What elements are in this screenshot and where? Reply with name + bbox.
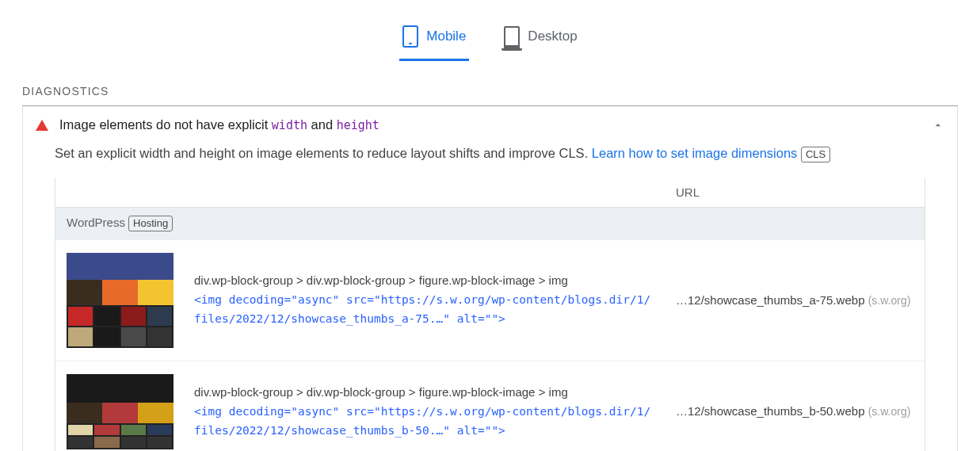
- thumbnail: [67, 374, 174, 449]
- audit-title-text: Image elements do not have explicit: [59, 117, 272, 132]
- table-row: div.wp-block-group > div.wp-block-group …: [55, 239, 925, 361]
- element-details: div.wp-block-group > div.wp-block-group …: [194, 271, 655, 329]
- url-domain: (s.w.org): [868, 405, 911, 418]
- tab-mobile-label: Mobile: [426, 29, 466, 44]
- category-row: WordPress Hosting: [55, 207, 925, 239]
- details-table: URL WordPress Hosting div.wp-block-group…: [55, 178, 925, 451]
- url-path: …12/showcase_thumbs_b-50.webp: [676, 404, 864, 418]
- audit-toggle[interactable]: Image elements do not have explicit widt…: [23, 106, 957, 143]
- code-height: height: [337, 118, 379, 132]
- url-path: …12/showcase_thumbs_a-75.webp: [676, 293, 864, 307]
- url-cell: …12/showcase_thumbs_a-75.webp (s.w.org): [676, 291, 913, 310]
- audit-item: Image elements do not have explicit widt…: [22, 106, 958, 451]
- hosting-badge: Hosting: [128, 216, 173, 231]
- url-column-header: URL: [676, 185, 913, 199]
- desktop-icon: [504, 26, 520, 48]
- code-width: width: [272, 118, 307, 132]
- chevron-up-icon: [932, 119, 944, 132]
- table-row: div.wp-block-group > div.wp-block-group …: [55, 361, 925, 451]
- category-label: WordPress: [67, 216, 125, 229]
- learn-more-link[interactable]: Learn how to set image dimensions: [592, 146, 798, 160]
- html-snippet: <img decoding="async" src="https://s.w.o…: [194, 403, 655, 441]
- tab-desktop-label: Desktop: [528, 29, 577, 44]
- thumbnail: [67, 253, 174, 348]
- cls-badge: CLS: [801, 147, 830, 162]
- audit-description: Set an explicit width and height on imag…: [23, 143, 957, 178]
- warning-icon: [36, 120, 48, 131]
- element-details: div.wp-block-group > div.wp-block-group …: [194, 383, 655, 441]
- css-selector: div.wp-block-group > div.wp-block-group …: [194, 271, 655, 291]
- audit-title: Image elements do not have explicit widt…: [59, 117, 921, 132]
- url-cell: …12/showcase_thumbs_b-50.webp (s.w.org): [676, 402, 913, 421]
- html-snippet: <img decoding="async" src="https://s.w.o…: [194, 291, 655, 329]
- audit-title-mid: and: [307, 117, 337, 132]
- table-header: URL: [55, 178, 925, 207]
- device-tabs: Mobile Desktop: [0, 0, 980, 63]
- css-selector: div.wp-block-group > div.wp-block-group …: [194, 383, 655, 403]
- section-heading: DIAGNOSTICS: [22, 63, 958, 106]
- audit-desc-text: Set an explicit width and height on imag…: [55, 146, 592, 160]
- tab-mobile[interactable]: Mobile: [399, 17, 469, 61]
- tab-desktop[interactable]: Desktop: [501, 16, 580, 62]
- url-domain: (s.w.org): [868, 294, 911, 307]
- mobile-icon: [402, 25, 418, 48]
